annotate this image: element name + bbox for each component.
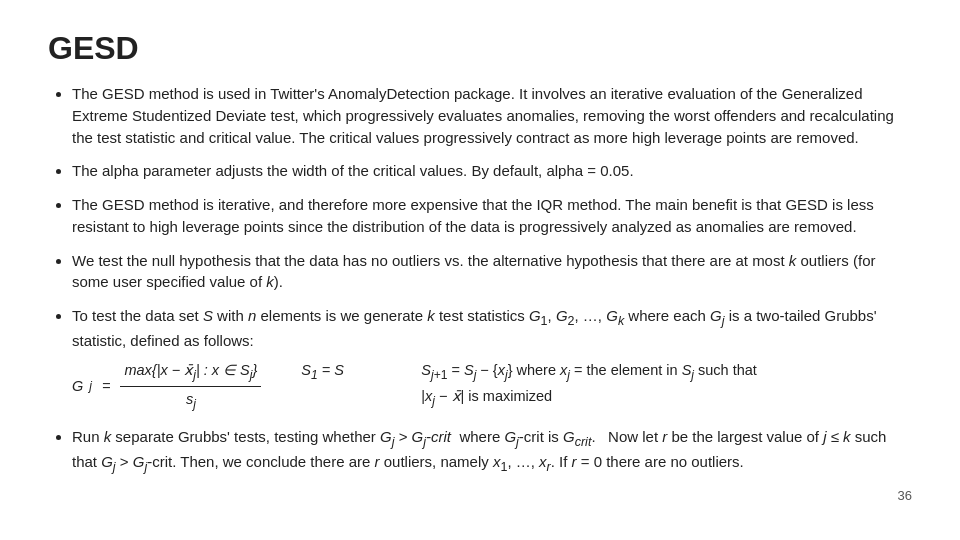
bullet-text-2: The alpha parameter adjusts the width of… bbox=[72, 162, 634, 179]
list-item: The GESD method is iterative, and theref… bbox=[72, 194, 912, 238]
list-item: The alpha parameter adjusts the width of… bbox=[72, 160, 912, 182]
list-item: The GESD method is used in Twitter's Ano… bbox=[72, 83, 912, 148]
formula-block: Gj = max{|x − x̄j| : x ∈ Sj} sj S1 = S S… bbox=[72, 360, 912, 414]
formula-sjp1: Sj+1 = Sj − {xj} where xj = the element … bbox=[421, 360, 757, 411]
bullet-text-1: The GESD method is used in Twitter's Ano… bbox=[72, 85, 894, 146]
list-item: We test the null hypothesis that the dat… bbox=[72, 250, 912, 294]
bullet-text-5: To test the data set S with n elements i… bbox=[72, 307, 877, 349]
formula-gj: Gj = max{|x − x̄j| : x ∈ Sj} sj bbox=[72, 360, 261, 414]
formula-s1: S1 = S bbox=[301, 360, 381, 384]
bullet-text-4: We test the null hypothesis that the dat… bbox=[72, 252, 876, 291]
bullet-text-6: Run k separate Grubbs' tests, testing wh… bbox=[72, 428, 886, 470]
bullet-list: The GESD method is used in Twitter's Ano… bbox=[48, 83, 912, 476]
page-title: GESD bbox=[48, 30, 912, 67]
list-item: To test the data set S with n elements i… bbox=[72, 305, 912, 414]
bullet-text-3: The GESD method is iterative, and theref… bbox=[72, 196, 874, 235]
page-number: 36 bbox=[48, 488, 912, 503]
list-item: Run k separate Grubbs' tests, testing wh… bbox=[72, 426, 912, 476]
